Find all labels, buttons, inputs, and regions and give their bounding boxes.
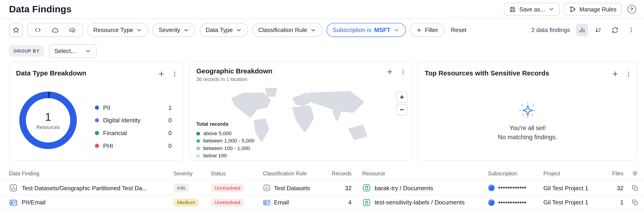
id-card-icon — [9, 198, 18, 207]
legend-dot — [196, 139, 200, 143]
filter-resource-type[interactable]: Resource Type — [87, 23, 148, 37]
group-by-select[interactable]: Select... — [49, 44, 96, 58]
empty-state-title: You're all set! — [418, 124, 637, 132]
column-settings-button[interactable] — [624, 170, 638, 177]
legend-dot — [95, 131, 99, 135]
legend-item[interactable]: PII 1 — [95, 101, 172, 114]
add-widget-button[interactable] — [612, 70, 619, 78]
cloud-icon — [51, 26, 59, 34]
chevron-down-icon — [85, 48, 91, 54]
status-badge: Unresolved — [211, 198, 244, 207]
plus-icon — [158, 70, 165, 78]
legend-item: below 100 — [196, 152, 254, 159]
refresh-button[interactable] — [609, 24, 621, 36]
files-count: 32 — [617, 184, 624, 191]
rules-icon — [569, 6, 576, 13]
legend-item[interactable]: PHI 0 — [95, 139, 172, 152]
legend-dot — [196, 154, 200, 158]
reset-button[interactable]: Reset — [448, 27, 469, 34]
resource-icon — [362, 198, 371, 207]
files-count: 1 — [620, 199, 624, 206]
kebab-icon — [171, 70, 178, 78]
donut-chart[interactable]: 1 Resources — [19, 92, 76, 149]
view-switcher — [27, 23, 83, 37]
filter-data-type[interactable]: Data Type — [200, 23, 248, 37]
legend-item[interactable]: Financial 0 — [95, 126, 172, 139]
favorite-view-button[interactable] — [9, 23, 23, 37]
card-menu-button[interactable] — [625, 70, 632, 78]
col-status[interactable]: Status — [211, 170, 263, 176]
records-count: 4 — [348, 199, 352, 206]
records-count: 32 — [345, 184, 352, 191]
kebab-icon — [625, 70, 632, 78]
table-row[interactable]: Test Datasets/Geographic Partitioned Tes… — [0, 180, 644, 195]
col-files[interactable]: Files — [607, 170, 624, 176]
finding-cell: PII/Email — [9, 198, 173, 207]
more-options-button[interactable] — [625, 24, 637, 36]
empty-state: You're all set! No matching findings. — [418, 100, 637, 140]
donut-center-value: 1 — [45, 111, 51, 124]
save-as-button[interactable]: Save as... — [504, 3, 560, 16]
donut-legend: PII 1 Digital Identity 0 Financial 0 PHI… — [95, 101, 172, 152]
zoom-in-button[interactable]: + — [396, 92, 407, 102]
add-widget-button[interactable] — [386, 68, 393, 76]
copy-button[interactable] — [624, 199, 638, 206]
donut-center-label: Resources — [36, 124, 60, 130]
group-by-row: GROUP BY Select... — [0, 41, 644, 61]
legend-dot — [95, 144, 99, 148]
col-project[interactable]: Project — [544, 170, 607, 176]
table-row[interactable]: PII/Email Medium Unresolved Email 4 test… — [0, 195, 644, 210]
dataset-icon — [9, 184, 18, 192]
plus-icon — [416, 27, 422, 33]
classification-rule-name: Test Datasets — [274, 184, 310, 191]
empty-state-subtitle: No matching findings. — [418, 134, 637, 140]
copy-icon — [632, 184, 638, 191]
col-resource[interactable]: Resource — [352, 170, 488, 176]
filter-severity[interactable]: Severity — [152, 23, 195, 37]
add-filter-button[interactable]: Filter — [410, 23, 444, 37]
col-data-finding[interactable]: Data Finding — [9, 170, 173, 176]
col-classification-rule[interactable]: Classification Rule — [263, 170, 327, 176]
map-legend: Total records above 5,000 between 1,000 … — [196, 121, 254, 159]
sort-button[interactable] — [592, 24, 605, 36]
cloud-search-icon — [68, 26, 76, 34]
card-menu-button[interactable] — [171, 70, 178, 78]
filter-classification-rule[interactable]: Classification Rule — [252, 23, 322, 37]
top-resources-card: Top Resources with Sensitive Records You… — [418, 62, 637, 160]
add-widget-button[interactable] — [158, 70, 165, 78]
chevron-down-icon — [393, 27, 400, 33]
cloud-search-button[interactable] — [64, 23, 81, 36]
copy-icon — [632, 199, 638, 206]
subscription-masked: ************ — [498, 186, 526, 192]
copy-button[interactable] — [624, 184, 638, 191]
legend-item: above 5,000 — [196, 130, 254, 137]
resource-name[interactable]: test-sensitivity-labels / Documents — [374, 199, 465, 206]
legend-dot — [95, 118, 99, 122]
filter-subscription-active[interactable]: Subscription is MSFT — [326, 23, 406, 37]
data-type-breakdown-card: Data Type Breakdown 1 Resources PII 1 — [9, 62, 184, 160]
star-icon — [12, 26, 20, 34]
cloud-view-button[interactable] — [46, 23, 64, 36]
finding-name[interactable]: PII/Email — [22, 199, 46, 206]
widgets-row: Data Type Breakdown 1 Resources PII 1 — [0, 61, 644, 160]
code-view-button[interactable] — [29, 23, 46, 36]
help-icon: ? — [627, 5, 636, 14]
severity-badge: Info — [173, 184, 189, 192]
status-badge: Unresolved — [211, 184, 244, 192]
help-button[interactable]: ? — [626, 4, 637, 15]
page-title: Data Findings — [9, 4, 72, 15]
resource-name[interactable]: barak-try / Documents — [374, 184, 433, 191]
card-subtitle: 36 records in 1 location — [196, 76, 272, 82]
zoom-out-button[interactable]: − — [396, 104, 407, 115]
manage-rules-button[interactable]: Manage Rules — [564, 3, 622, 16]
chevron-down-icon — [548, 6, 554, 12]
resource-icon — [362, 184, 371, 192]
chart-toggle-button[interactable] — [576, 24, 588, 36]
col-subscription[interactable]: Subscription — [488, 170, 544, 176]
legend-item[interactable]: Digital Identity 0 — [95, 114, 172, 126]
col-severity[interactable]: Severity — [173, 170, 211, 176]
col-records[interactable]: Records — [327, 170, 352, 176]
finding-name[interactable]: Test Datasets/Geographic Partitioned Tes… — [22, 184, 147, 191]
manage-rules-label: Manage Rules — [580, 6, 616, 12]
card-menu-button[interactable] — [400, 68, 406, 76]
